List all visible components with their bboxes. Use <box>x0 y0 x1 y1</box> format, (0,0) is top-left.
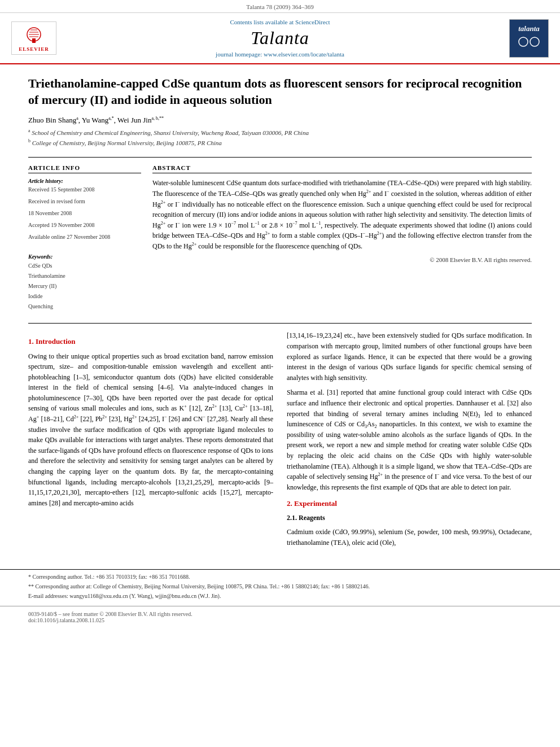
affiliations: a School of Chemistry and Chemical Engin… <box>28 128 532 148</box>
received-date: Received 15 September 2008 <box>28 185 141 194</box>
intro-title: 1. Introduction <box>28 336 273 347</box>
online-date: Available online 27 November 2008 <box>28 233 141 241</box>
article-title: Triethanolamine-capped CdSe quantum dots… <box>28 76 532 108</box>
accepted-date: Accepted 19 November 2008 <box>28 221 141 229</box>
elsevier-wordmark: ELSEVIER <box>14 46 54 52</box>
article-info-left: ARTICLE INFO Article history: Received 1… <box>28 164 141 312</box>
sciencedirect-link[interactable]: Contents lists available at ScienceDirec… <box>56 19 504 25</box>
footer-doi: doi:10.1016/j.talanta.2008.11.025 <box>28 617 532 623</box>
body-columns: 1. Introduction Owing to their unique op… <box>28 330 532 552</box>
body-col-right: [13,14,16–19,23,24] etc., have been exte… <box>287 330 532 552</box>
article-info-title: ARTICLE INFO <box>28 164 141 173</box>
intro-para1: Owing to their unique optical properties… <box>28 351 273 509</box>
article-info-section: ARTICLE INFO Article history: Received 1… <box>28 164 532 312</box>
abstract-text: Water-soluble luminescent CdSe quantum d… <box>152 178 532 251</box>
body-col-left: 1. Introduction Owing to their unique op… <box>28 330 273 552</box>
authors: Zhuo Bin Shanga, Yu Wanga,*, Wei Jun Jin… <box>28 116 532 125</box>
keyword-4: Iodide <box>28 291 141 302</box>
talanta-wordmark: talanta <box>509 19 549 58</box>
keyword-5: Quenching <box>28 302 141 312</box>
abstract-title: ABSTRACT <box>152 164 532 173</box>
keyword-1: CdSe QDs <box>28 261 141 271</box>
reagents-title: 2.1. Reagents <box>287 513 532 523</box>
divider-top <box>28 157 532 158</box>
footnote-2: ** Corresponding author at: College of C… <box>28 583 532 591</box>
journal-center: Contents lists available at ScienceDirec… <box>56 19 504 58</box>
intro-para3: Sharma et al. [31] reported that amine f… <box>287 387 532 492</box>
affiliation-b: b College of Chemistry, Beijing Normal U… <box>28 138 532 148</box>
footnote-1: * Corresponding author. Tel.: +86 351 70… <box>28 573 532 581</box>
svg-rect-0 <box>32 38 36 43</box>
footer-issn: 0039-9140/$ – see front matter © 2008 El… <box>28 611 532 617</box>
affiliation-a: a School of Chemistry and Chemical Engin… <box>28 128 532 138</box>
experimental-title: 2. Experimental <box>287 498 532 509</box>
footnotes: * Corresponding author. Tel.: +86 351 70… <box>0 569 560 600</box>
journal-homepage: journal homepage: www.elsevier.com/locat… <box>56 51 504 58</box>
keyword-2: Triethanolamine <box>28 271 141 281</box>
revised-date: 18 November 2008 <box>28 209 141 217</box>
history-label: Article history: <box>28 178 141 184</box>
reagents-para1: Cadmium oxide (CdO, 99.99%), selenium (S… <box>287 527 532 548</box>
svg-rect-6 <box>512 33 546 50</box>
keyword-3: Mercury (II) <box>28 281 141 291</box>
keywords-list: CdSe QDs Triethanolamine Mercury (II) Io… <box>28 261 141 312</box>
revised-label: Received in revised form <box>28 197 141 206</box>
page-footer: 0039-9140/$ – see front matter © 2008 El… <box>0 606 560 628</box>
article-content: Triethanolamine-capped CdSe quantum dots… <box>0 64 560 569</box>
journal-title: Talanta <box>56 28 504 49</box>
divider-mid <box>28 323 532 324</box>
footnote-email: E-mail addresses: wangyu1168@sxu.edu.cn … <box>28 592 532 600</box>
journal-header: ELSEVIER Contents lists available at Sci… <box>0 13 560 64</box>
volume-info: Talanta 78 (2009) 364–369 <box>246 3 313 10</box>
elsevier-logo-graphic <box>17 24 51 44</box>
page: Talanta 78 (2009) 364–369 ELSEVIER Conte… <box>0 0 560 747</box>
top-bar: Talanta 78 (2009) 364–369 <box>0 0 560 13</box>
talanta-logo: talanta <box>504 19 549 58</box>
copyright: © 2008 Elsevier B.V. All rights reserved… <box>152 256 532 263</box>
elsevier-logo: ELSEVIER <box>11 21 56 55</box>
keywords-label: Keywords: <box>28 254 141 260</box>
talanta-logo-graphic <box>512 33 546 50</box>
intro-para2: [13,14,16–19,23,24] etc., have been exte… <box>287 330 532 383</box>
article-info-right: ABSTRACT Water-soluble luminescent CdSe … <box>152 164 532 312</box>
